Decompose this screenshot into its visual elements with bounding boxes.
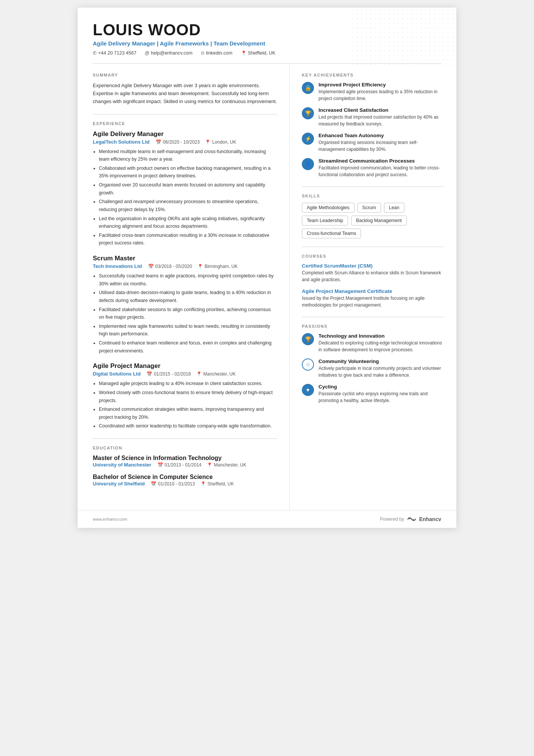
achievement-heading-4: Streamlined Communication Processes [319,158,444,164]
main-content: SUMMARY Experienced Agile Delivery Manag… [78,64,456,510]
edu-block-2: Bachelor of Science in Computer Science … [93,474,277,487]
loc-icon-1: 📍 [205,139,211,145]
phone-icon: ✆ [93,50,97,56]
loc-icon-2: 📍 [197,264,203,269]
passions-title: PASSIONS [302,324,444,329]
email-contact: @ help@enhancv.com [145,50,192,56]
bullet-2-3: Facilitated stakeholder sessions to alig… [99,306,277,321]
skill-tag-2: Scrum [358,203,381,213]
job-block-3: Agile Project Manager Digital Solutions … [93,362,277,430]
skill-tag-5: Backlog Management [351,216,407,225]
edu-loc-icon-1: 📍 [207,462,212,468]
loc-icon-3: 📍 [196,371,202,377]
summary-title: SUMMARY [93,73,277,77]
passion-text-3: Passionate cyclist who enjoys exploring … [319,390,444,404]
location-contact: 📍 Sheffield, UK [241,50,276,56]
linkedin-url: linkedin.com [206,50,232,56]
achievement-4: 👤 Streamlined Communication Processes Fa… [302,158,444,178]
passion-3: ♥ Cycling Passionate cyclist who enjoys … [302,384,444,404]
passion-1: 🏆 Technology and Innovation Dedicated to… [302,333,444,353]
edu-degree-2: Bachelor of Science in Computer Science [93,474,277,481]
course-title-1: Certified ScrumMaster (CSM) [302,263,444,269]
edu-dates-2: 📅 01/2010 - 01/2013 [151,481,195,487]
bullet-2-1: Successfully coached teams in agile prac… [99,272,277,288]
job-title-1: Agile Delivery Manager [93,130,277,138]
cal-icon-2: 📅 [148,264,154,269]
job-block-1: Agile Delivery Manager LegalTech Solutio… [93,130,277,247]
edu-meta-2: 📅 01/2010 - 01/2013 📍 Sheffield, UK [151,481,234,487]
location-text: Sheffield, UK [248,50,276,56]
job-title-3: Agile Project Manager [93,362,277,370]
phone-number: +44 20 7123 4567 [98,50,136,56]
achievement-heading-2: Increased Client Satisfaction [319,107,444,113]
passion-content-2: Community Volunteering Actively particip… [319,358,444,379]
bullet-1-5: Led the organisation in adopting OKRs an… [99,215,277,230]
brand-name: Enhancv [419,516,441,522]
edu-cal-icon-2: 📅 [151,481,156,487]
edu-university-2: University of Sheffield [93,481,145,487]
linkedin-contact: ⊙ linkedin.com [201,50,232,56]
achievement-icon-4: 👤 [302,158,314,170]
edu-cal-icon-1: 📅 [158,462,163,468]
job-block-2: Scrum Master Tech Innovations Ltd 📅 03/2… [93,255,277,355]
candidate-name: LOUIS WOOD [93,21,441,39]
bullet-2-4: Implemented new agile frameworks suited … [99,322,277,338]
skill-tag-1: Agile Methodologies [302,203,354,213]
email-address: help@enhancv.com [151,50,192,56]
bullet-1-4: Challenged and revamped unnecessary proc… [99,198,277,213]
courses-divider [302,317,444,317]
achievement-text-1: Implemented agile processes leading to a… [319,88,444,102]
passion-heading-1: Technology and Innovation [319,333,444,339]
passion-text-2: Actively participate in local community … [319,365,444,379]
bullet-1-6: Facilitated cross-team communication res… [99,232,277,247]
edu-dates-1: 📅 01/2013 - 01/2014 [158,462,201,468]
passion-2: ☆ Community Volunteering Actively partic… [302,358,444,379]
skills-section: SKILLS Agile Methodologies Scrum Lean Te… [302,194,444,238]
achievement-icon-1: 🔒 [302,82,314,94]
bullet-1-1: Mentored multiple teams in self-manageme… [99,148,277,163]
passion-heading-2: Community Volunteering [319,358,444,364]
passions-section: PASSIONS 🏆 Technology and Innovation Ded… [302,324,444,404]
course-title-2: Agile Project Management Certificate [302,288,444,294]
right-column: KEY ACHIEVEMENTS 🔒 Improved Project Effi… [290,64,456,510]
edu-block-1: Master of Science in Information Technol… [93,455,277,468]
passion-heading-3: Cycling [319,384,444,390]
bullet-2-5: Continued to enhance team resilience and… [99,339,277,355]
cal-icon-1: 📅 [156,139,161,145]
job-bullets-2: Successfully coached teams in agile prac… [93,272,277,355]
achievement-2: 🏆 Increased Client Satisfaction Led proj… [302,107,444,127]
skill-tag-3: Lean [384,203,404,213]
job-company-2: Tech Innovations Ltd [93,263,142,269]
achievement-icon-3: ⚡ [302,133,314,145]
achievement-content-1: Improved Project Efficiency Implemented … [319,82,444,102]
contact-info: ✆ +44 20 7123 4567 @ help@enhancv.com ⊙ … [93,50,441,56]
passion-text-1: Dedicated to exploring cutting-edge tech… [319,340,444,353]
job-meta-3: 📅 01/2015 - 02/2018 📍 Manchester, UK [147,371,236,377]
footer-brand: Powered by Enhancv [380,516,441,523]
job-company-3: Digital Solutions Ltd [93,371,141,377]
achievements-divider [302,186,444,187]
course-block-1: Certified ScrumMaster (CSM) Completed wi… [302,263,444,283]
powered-by-text: Powered by [380,517,404,522]
bullet-3-2: Worked closely with cross-functional tea… [99,389,277,404]
passion-icon-3: ♥ [302,384,314,396]
courses-title: COURSES [302,254,444,258]
job-meta-2: 📅 03/2018 - 05/2020 📍 Birmingham, UK [148,264,238,269]
enhancv-logo-icon [406,516,417,523]
bullet-3-3: Enhanced communication strategies within… [99,405,277,421]
footer: www.enhancv.com Powered by Enhancv [78,510,456,528]
location-icon: 📍 [241,50,247,56]
education-title: EDUCATION [93,446,277,450]
job-loc-1: 📍 London, UK [205,139,236,145]
left-column: SUMMARY Experienced Agile Delivery Manag… [78,64,290,510]
experience-section: EXPERIENCE Agile Delivery Manager LegalT… [93,121,277,430]
job-loc-2: 📍 Birmingham, UK [197,264,237,269]
job-company-1: LegalTech Solutions Ltd [93,139,150,145]
candidate-subtitle: Agile Delivery Manager | Agile Framework… [93,40,441,47]
edu-meta-1: 📅 01/2013 - 01/2014 📍 Manchester, UK [158,462,247,468]
bullet-3-1: Managed agile projects leading to a 40% … [99,380,277,388]
job-title-2: Scrum Master [93,255,277,262]
job-header-row-1: LegalTech Solutions Ltd 📅 06/2020 - 10/2… [93,139,277,145]
achievement-3: ⚡ Enhanced Team Autonomy Organised train… [302,133,444,153]
job-header-row-2: Tech Innovations Ltd 📅 03/2018 - 05/2020… [93,263,277,269]
